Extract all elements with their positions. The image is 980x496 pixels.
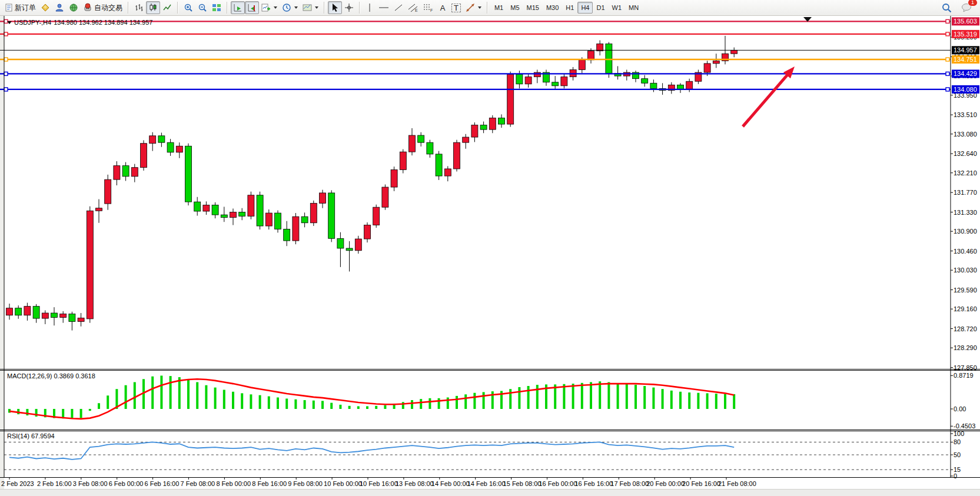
- timeframe-button-M5[interactable]: M5: [507, 2, 523, 14]
- time-axis-label: 6 Feb 00:00: [109, 480, 144, 487]
- timeframe-button-M1[interactable]: M1: [491, 2, 507, 14]
- chevron-down-icon: [315, 6, 318, 9]
- auto-scroll-button[interactable]: [231, 1, 245, 14]
- candle-body: [642, 79, 648, 84]
- macd-scale[interactable]: 0.87190.00-0.4503: [951, 372, 975, 430]
- market-watch-button[interactable]: [38, 1, 52, 14]
- chart-canvas[interactable]: 135.250134.810134.380133.950133.510133.0…: [0, 0, 980, 496]
- horizontal-line-button[interactable]: [376, 1, 391, 14]
- auto-trading-button[interactable]: 自动交易: [81, 1, 125, 14]
- candle-body: [239, 212, 245, 217]
- new-order-button[interactable]: 新订单: [2, 1, 38, 14]
- text-tool-button[interactable]: A: [436, 1, 449, 14]
- search-button[interactable]: [939, 1, 954, 14]
- time-axis-label: 15 Feb 08:00: [503, 480, 542, 487]
- candle-body: [185, 146, 192, 202]
- candle-body: [60, 314, 67, 318]
- candle-body: [346, 248, 353, 251]
- line-anchor-handle[interactable]: [946, 72, 949, 75]
- price-scale[interactable]: 135.250134.810134.380133.950133.510133.0…: [951, 34, 977, 371]
- crosshair-button[interactable]: [342, 1, 356, 14]
- candle-body: [131, 168, 138, 177]
- candlestick-chart-button[interactable]: [146, 1, 160, 14]
- candle-body: [105, 179, 111, 204]
- bar-chart-icon: [134, 3, 144, 12]
- toolbar-separator: [227, 2, 228, 14]
- time-axis-label: 2 Feb 16:00: [37, 480, 72, 487]
- vertical-line-button[interactable]: [363, 1, 376, 14]
- line-anchor-handle[interactable]: [946, 19, 949, 23]
- arrows-tool-button[interactable]: [463, 1, 484, 14]
- accounts-button[interactable]: [52, 1, 67, 14]
- candle-body: [78, 318, 84, 321]
- time-axis-label: 10 Feb 00:00: [324, 480, 362, 487]
- person-icon: [55, 3, 64, 12]
- candlesticks: [6, 36, 738, 331]
- zoom-in-button[interactable]: [181, 1, 195, 14]
- toolbar-separator: [359, 2, 360, 14]
- timeframe-button-MN[interactable]: MN: [625, 2, 642, 14]
- candle-body: [275, 213, 281, 229]
- price-tick-label: 130.030: [954, 267, 977, 274]
- line-chart-button[interactable]: [160, 1, 174, 14]
- candle-body: [489, 118, 496, 129]
- time-axis-label: 3 Feb 08:00: [73, 480, 108, 487]
- candle-body: [87, 211, 93, 319]
- drawing-toolbar: E F A T: [328, 0, 484, 16]
- arrow-annotation[interactable]: [743, 71, 790, 127]
- timeframe-button-M15[interactable]: M15: [523, 2, 543, 14]
- toolbar-separator: [324, 2, 325, 14]
- time-axis-label: 17 Feb 08:00: [610, 480, 649, 487]
- timeframe-button-M30[interactable]: M30: [543, 2, 562, 14]
- cursor-button[interactable]: [328, 1, 342, 14]
- line-anchor-handle[interactable]: [946, 32, 949, 36]
- line-anchor-handle[interactable]: [4, 88, 8, 91]
- line-anchor-handle[interactable]: [946, 58, 949, 61]
- one-click-trading-icon[interactable]: [7, 21, 12, 24]
- time-axis[interactable]: 2 Feb 20232 Feb 16:003 Feb 08:006 Feb 00…: [1, 478, 756, 487]
- text-label-button[interactable]: T: [449, 1, 463, 14]
- line-anchor-handle[interactable]: [4, 72, 8, 75]
- templates-button[interactable]: [300, 1, 321, 14]
- notifications-button[interactable]: 1: [959, 1, 974, 14]
- fibonacci-button[interactable]: F: [421, 1, 436, 14]
- chart-ohlc-values: 134.980 134.962 134.894 134.957: [54, 19, 152, 26]
- price-tick-label: 129.160: [954, 305, 977, 312]
- line-anchor-handle[interactable]: [4, 32, 8, 36]
- chart-title: USDJPY-,H4 134.980 134.962 134.894 134.9…: [7, 19, 152, 26]
- rsi-scale[interactable]: 1008050150: [951, 430, 964, 480]
- macd-signal-line: [9, 379, 734, 419]
- candle-body: [310, 203, 317, 222]
- price-tick-label: 130.460: [954, 248, 977, 255]
- line-anchor-handle[interactable]: [946, 88, 949, 91]
- channel-button[interactable]: E: [406, 1, 421, 14]
- candle-body: [704, 64, 710, 72]
- time-axis-label: 9 Feb 08:00: [288, 480, 323, 487]
- chart-type-toolbar: [132, 0, 174, 16]
- svg-text:E: E: [415, 8, 418, 12]
- indicators-button[interactable]: [259, 1, 280, 14]
- tile-windows-button[interactable]: [210, 1, 224, 14]
- signal-globe-icon: [69, 3, 78, 12]
- timeframe-button-W1[interactable]: W1: [609, 2, 626, 14]
- candle-body: [507, 74, 514, 124]
- equidistant-channel-icon: E: [408, 3, 418, 12]
- candle-body: [230, 212, 237, 218]
- candle-body: [525, 77, 531, 84]
- chevron-down-icon: [294, 6, 298, 9]
- timeframe-button-D1[interactable]: D1: [593, 2, 608, 14]
- candle-body: [96, 208, 102, 211]
- trendline-button[interactable]: [391, 1, 406, 14]
- line-anchor-handle[interactable]: [4, 58, 8, 61]
- periods-button[interactable]: [280, 1, 300, 14]
- bar-chart-button[interactable]: [132, 1, 146, 14]
- rsi-tick-label: 50: [954, 451, 961, 458]
- signals-button[interactable]: [67, 1, 81, 14]
- timeframe-button-H4[interactable]: H4: [577, 2, 593, 14]
- candle-body: [293, 217, 299, 241]
- candle-body: [650, 83, 657, 88]
- chart-shift-button[interactable]: [245, 1, 259, 14]
- zoom-out-button[interactable]: [195, 1, 210, 14]
- timeframe-button-H1[interactable]: H1: [562, 2, 577, 14]
- horizontal-lines[interactable]: [0, 19, 951, 91]
